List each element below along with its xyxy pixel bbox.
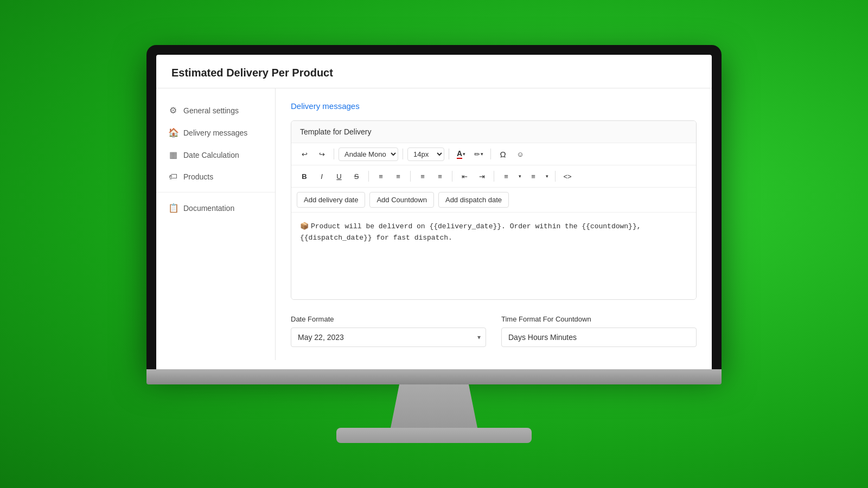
toolbar-sep-4	[490, 149, 491, 159]
sidebar-divider	[156, 192, 275, 192]
highlight-chevron-icon: ▾	[481, 151, 483, 157]
monitor-foot	[336, 428, 532, 443]
smiley-icon: ☺	[516, 150, 524, 158]
outdent-button[interactable]: ⇤	[457, 169, 472, 184]
calendar-icon: ▦	[168, 150, 178, 160]
gear-icon: ⚙	[168, 105, 178, 115]
font-family-select[interactable]: Andale Mono	[339, 147, 398, 161]
sidebar-item-date-calculation[interactable]: ▦ Date Calculation	[156, 144, 275, 166]
sidebar-item-label: General settings	[183, 106, 239, 115]
highlight-color-button[interactable]: ✏ ▾	[471, 146, 486, 162]
text-color-chevron-icon: ▾	[463, 151, 465, 157]
pencil-icon: ✏	[474, 150, 480, 158]
template-card: Template for Delivery ↩ ↪ Andale Mono	[291, 120, 697, 300]
toolbar-sep-2	[403, 149, 403, 159]
home-icon: 🏠	[168, 127, 178, 138]
align-center-button[interactable]: ≡	[391, 169, 406, 184]
monitor-stand-base	[146, 369, 722, 384]
font-size-select[interactable]: 14px	[407, 147, 444, 161]
monitor-screen: Estimated Delivery Per Product ⚙ General…	[156, 55, 712, 369]
sidebar-item-delivery-messages[interactable]: 🏠 Delivery messages	[156, 121, 275, 144]
action-buttons-row: Add delivery date Add Countdown Add disp…	[291, 188, 696, 213]
text-color-icon: A	[457, 149, 462, 159]
sidebar-item-label: Documentation	[183, 204, 234, 213]
main-content: Delivery messages Template for Delivery …	[276, 88, 712, 360]
toolbar-sep-9	[555, 171, 556, 182]
sidebar-item-documentation[interactable]: 📋 Documentation	[156, 197, 275, 219]
redo-button[interactable]: ↪	[314, 146, 329, 162]
sidebar-item-general-settings[interactable]: ⚙ General settings	[156, 99, 275, 121]
unordered-list-chevron[interactable]: ▾	[516, 169, 524, 184]
tag-icon: 🏷	[168, 172, 178, 182]
template-card-header: Template for Delivery	[291, 121, 696, 143]
justify-left-button[interactable]: ≡	[415, 169, 430, 184]
toolbar-sep-5	[368, 171, 369, 182]
ordered-list-chevron[interactable]: ▾	[543, 169, 551, 184]
time-format-group: Time Format For Countdown	[501, 315, 697, 347]
date-format-select[interactable]: May 22, 2023 22/05/2023 05/22/2023 2023-…	[291, 328, 486, 347]
monitor-shell: Estimated Delivery Per Product ⚙ General…	[146, 45, 722, 369]
app-header: Estimated Delivery Per Product	[156, 55, 712, 88]
toolbar-sep-3	[449, 149, 449, 159]
monitor-neck	[391, 384, 477, 428]
sidebar: ⚙ General settings 🏠 Delivery messages ▦…	[156, 88, 276, 360]
toolbar-sep-1	[334, 149, 334, 159]
date-format-select-wrapper: May 22, 2023 22/05/2023 05/22/2023 2023-…	[291, 328, 486, 347]
date-format-group: Date Formate May 22, 2023 22/05/2023 05/…	[291, 315, 486, 347]
sidebar-item-label: Date Calculation	[183, 151, 239, 159]
section-title: Delivery messages	[291, 101, 697, 111]
italic-button[interactable]: I	[314, 169, 329, 184]
indent-button[interactable]: ⇥	[474, 169, 489, 184]
toolbar-row-2: B I U S ≡ ≡ ≡ ≡ ⇤	[291, 165, 696, 188]
add-countdown-button[interactable]: Add Countdown	[369, 192, 434, 208]
package-icon: 📦	[300, 222, 309, 230]
sidebar-item-products[interactable]: 🏷 Products	[156, 166, 275, 188]
justify-right-button[interactable]: ≡	[432, 169, 448, 184]
time-format-input[interactable]	[501, 328, 697, 347]
toolbar-row-1: ↩ ↪ Andale Mono 14px	[291, 143, 696, 165]
text-color-button[interactable]: A ▾	[454, 146, 469, 162]
add-dispatch-date-button[interactable]: Add dispatch date	[438, 192, 509, 208]
strikethrough-button[interactable]: S	[349, 169, 364, 184]
sidebar-item-label: Delivery messages	[183, 129, 247, 137]
sidebar-item-label: Products	[183, 172, 213, 181]
code-button[interactable]: <>	[560, 169, 575, 184]
toolbar-sep-6	[410, 171, 411, 182]
toolbar-sep-7	[452, 171, 452, 182]
special-char-button[interactable]: Ω	[495, 146, 510, 162]
page-title: Estimated Delivery Per Product	[171, 67, 697, 79]
undo-button[interactable]: ↩	[297, 146, 312, 162]
ordered-list-button[interactable]: ≡	[526, 169, 541, 184]
monitor: Estimated Delivery Per Product ⚙ General…	[146, 45, 722, 443]
emoji-button[interactable]: ☺	[513, 146, 528, 162]
editor-content: Product will be deliverd on {{delivery_d…	[300, 222, 641, 242]
underline-button[interactable]: U	[331, 169, 347, 184]
time-format-label: Time Format For Countdown	[501, 315, 697, 323]
bold-button[interactable]: B	[297, 169, 312, 184]
toolbar-sep-8	[494, 171, 494, 182]
app-container: Estimated Delivery Per Product ⚙ General…	[156, 55, 712, 360]
add-delivery-date-button[interactable]: Add delivery date	[297, 192, 365, 208]
align-left-button[interactable]: ≡	[373, 169, 388, 184]
editor-area[interactable]: 📦Product will be deliverd on {{delivery_…	[291, 213, 696, 299]
date-format-label: Date Formate	[291, 315, 486, 323]
omega-icon: Ω	[500, 150, 506, 159]
app-body: ⚙ General settings 🏠 Delivery messages ▦…	[156, 88, 712, 360]
bottom-section: Date Formate May 22, 2023 22/05/2023 05/…	[291, 315, 697, 347]
document-icon: 📋	[168, 203, 178, 213]
unordered-list-button[interactable]: ≡	[499, 169, 514, 184]
